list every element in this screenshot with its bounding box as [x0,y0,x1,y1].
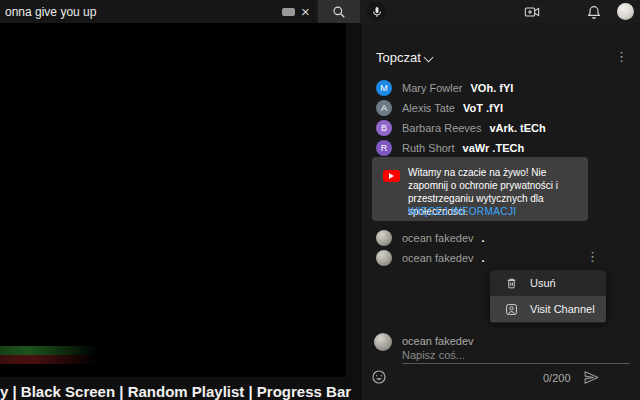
youtube-live-page: onna give you up × [0,0,640,400]
message-text: VoT .fYI [463,102,503,114]
message-text: vaWr .TECh [463,142,525,154]
message-author: Alexis Tate [402,102,455,114]
author-avatar[interactable]: R [376,140,392,156]
menu-item-visit-channel[interactable]: Visit Channel [490,296,606,322]
message-options-icon[interactable]: ⋮ [586,250,599,263]
welcome-notice: Witamy na czacie na żywo! Nie zapomnij o… [372,157,588,221]
message-text: . [482,232,485,244]
search-icon [332,5,346,19]
clear-search-icon[interactable]: × [301,1,310,22]
message-text: vArk. tECh [490,122,546,134]
author-avatar[interactable]: B [376,120,392,136]
author-avatar[interactable] [376,230,392,246]
menu-item-label: Visit Channel [530,303,595,315]
chat-mode-dropdown[interactable]: Topczat [376,50,421,65]
chat-message: ocean fakedev . [362,228,640,248]
message-author: Barbara Reeves [402,122,482,134]
video-title: y | Black Screen | Random Playlist | Pro… [0,383,351,400]
youtube-play-icon [383,170,400,182]
live-chat-panel: Topczat ⋮ M Mary Fowler VOh. fYI A Alexi… [362,23,640,400]
current-user-name: ocean fakedev [402,335,474,347]
progress-bar-green [0,346,97,355]
search-input[interactable]: onna give you up × [0,0,316,23]
chat-options-icon[interactable]: ⋮ [615,50,628,63]
chat-message: M Mary Fowler VOh. fYI [362,78,640,98]
chat-message: ocean fakedev . ⋮ [362,248,640,268]
message-author: Ruth Short [402,142,455,154]
char-counter: 0/200 [543,372,571,384]
search-button[interactable] [318,0,360,23]
message-context-menu: Usuń Visit Channel [490,270,606,323]
more-info-link[interactable]: WIĘCEJ INFORMACJI [408,206,516,217]
current-user-avatar[interactable] [374,333,392,351]
input-underline [402,363,630,364]
emoji-icon[interactable] [371,369,387,385]
search-query-text[interactable]: onna give you up [5,5,96,19]
person-icon [505,303,518,316]
keyboard-icon[interactable] [282,8,295,16]
menu-item-delete[interactable]: Usuń [490,270,606,296]
trash-icon [505,277,518,290]
topbar: onna give you up × [0,0,640,23]
send-icon[interactable] [583,369,600,386]
chat-message: A Alexis Tate VoT .fYI [362,98,640,118]
video-player[interactable] [0,23,346,377]
message-author: ocean fakedev [402,252,474,264]
author-avatar[interactable]: A [376,100,392,116]
message-text: VOh. fYI [471,82,514,94]
message-author: Mary Fowler [402,82,463,94]
progress-bar-red [0,355,97,364]
menu-item-label: Usuń [530,277,556,289]
mic-icon [371,6,383,18]
chevron-down-icon[interactable] [424,53,434,63]
author-avatar[interactable] [376,250,392,266]
message-text: . [482,252,485,264]
chat-message: B Barbara Reeves vArk. tECh [362,118,640,138]
message-author: ocean fakedev [402,232,474,244]
chat-message: R Ruth Short vaWr .TECh [362,138,640,158]
mic-button[interactable] [367,2,386,21]
author-avatar[interactable]: M [376,80,392,96]
chat-input-field[interactable]: Napisz coś... [402,349,465,361]
notifications-bell-icon[interactable] [586,4,602,20]
user-avatar[interactable] [617,3,634,20]
create-video-icon[interactable] [524,4,540,20]
